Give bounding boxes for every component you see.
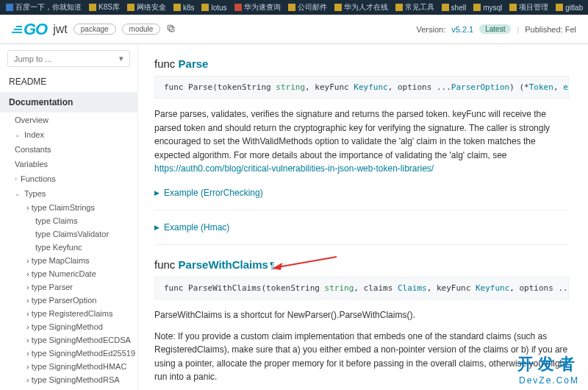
- svg-rect-1: [168, 25, 173, 30]
- annotation-arrow-icon: [272, 254, 338, 272]
- version-link[interactable]: v5.2.1: [451, 25, 473, 34]
- bookmark-item[interactable]: 公司邮件: [288, 2, 327, 13]
- bookmark-item[interactable]: 华为人才在线: [334, 2, 388, 13]
- go-lines-icon: [12, 24, 22, 35]
- signature-parsewithclaims: func ParseWithClaims(tokenString string,…: [154, 277, 569, 299]
- sidebar-type-item[interactable]: type Keyfunc: [0, 241, 137, 254]
- sidebar-type-item[interactable]: › type RegisteredClaims: [0, 307, 137, 320]
- sidebar-type-item[interactable]: › type ParserOption: [0, 294, 137, 307]
- bookmark-item[interactable]: lotus: [201, 4, 226, 12]
- main-content[interactable]: func Parse func Parse(tokenString string…: [138, 44, 588, 390]
- sidebar-index[interactable]: ⌄Index: [0, 127, 137, 142]
- bookmark-item[interactable]: mysql: [473, 4, 502, 12]
- bookmark-item[interactable]: 华为速查询: [234, 2, 281, 13]
- sidebar-type-item[interactable]: type ClaimsValidator: [0, 227, 137, 241]
- sidebar-type-item[interactable]: › type ClaimStrings: [0, 201, 137, 214]
- copy-icon[interactable]: [160, 24, 176, 35]
- sidebar-type-item[interactable]: › type SigningMethodRSAPSS: [0, 386, 137, 390]
- chevron-right-icon: ›: [15, 175, 17, 182]
- bookmark-item[interactable]: 网络安全: [127, 2, 166, 13]
- svg-rect-0: [170, 26, 175, 32]
- sidebar-type-item[interactable]: › type SigningMethod: [0, 320, 137, 333]
- sidebar-type-item[interactable]: › type SigningMethodHMAC: [0, 360, 137, 373]
- sidebar-type-item[interactable]: › type MapClaims: [0, 254, 137, 267]
- sidebar-type-item[interactable]: › type SigningMethodRSA: [0, 373, 137, 386]
- header-meta: Version: v5.2.1 Latest | Published: Fel: [416, 24, 576, 34]
- func-parsewithclaims-link[interactable]: ParseWithClaims: [179, 258, 268, 271]
- latest-badge[interactable]: Latest: [479, 24, 511, 34]
- signature-parse: func Parse(tokenString string, keyFunc K…: [154, 76, 569, 99]
- package-name: jwt: [53, 23, 68, 36]
- sidebar-constants[interactable]: Constants: [0, 142, 137, 157]
- sidebar: Jump to ... ▾ README Documentation Overv…: [0, 44, 138, 390]
- go-logo[interactable]: GO: [12, 20, 47, 39]
- sidebar-type-item[interactable]: › type SigningMethodECDSA: [0, 333, 137, 347]
- sidebar-readme[interactable]: README: [0, 71, 137, 92]
- parsewithclaims-desc1: ParseWithClaims is a shortcut for NewPar…: [154, 308, 569, 322]
- sidebar-overview[interactable]: Overview: [0, 113, 137, 127]
- version-label: Version:: [416, 25, 445, 34]
- sidebar-functions[interactable]: ›Functions: [0, 171, 137, 186]
- chevron-down-icon: ⌄: [15, 190, 21, 197]
- sidebar-type-item[interactable]: › type NumericDate: [0, 267, 137, 280]
- sidebar-type-item[interactable]: type Claims: [0, 214, 137, 227]
- func-parsewithclaims-heading: func ParseWithClaims¶: [154, 258, 569, 271]
- package-pill[interactable]: package: [74, 24, 116, 35]
- func-parse-link[interactable]: Parse: [179, 57, 209, 70]
- svg-line-2: [278, 257, 337, 267]
- example-errorchecking[interactable]: ▶Example (ErrorChecking): [154, 188, 569, 198]
- chevron-down-icon: ▾: [119, 54, 123, 63]
- published-label: Published: Fel: [525, 25, 576, 34]
- sidebar-documentation[interactable]: Documentation: [0, 92, 137, 113]
- play-icon: ▶: [154, 189, 159, 196]
- bookmark-item[interactable]: 项目管理: [509, 2, 548, 13]
- jump-to-select[interactable]: Jump to ... ▾: [7, 50, 130, 67]
- bookmark-item[interactable]: 常见工具: [395, 2, 434, 13]
- browser-bookmark-bar: 百度一下，你就知道 K8S库 网络安全 k8s lotus 华为速查询 公司邮件…: [0, 0, 588, 15]
- example-hmac[interactable]: ▶Example (Hmac): [154, 222, 569, 233]
- watermark: 开发者 DevZe.CoM: [517, 353, 579, 386]
- sidebar-type-item[interactable]: › type SigningMethodEd25519: [0, 347, 137, 360]
- bookmark-item[interactable]: 百度一下，你就知道: [6, 2, 82, 13]
- parse-description: Parse parses, validates, verifies the si…: [154, 107, 569, 176]
- bookmark-item[interactable]: shell: [442, 4, 467, 12]
- play-icon: ▶: [154, 224, 159, 231]
- go-wordmark: GO: [24, 20, 47, 39]
- sidebar-type-item[interactable]: › type Parser: [0, 280, 137, 294]
- bookmark-item[interactable]: K8S库: [89, 2, 120, 13]
- module-pill[interactable]: module: [122, 24, 161, 35]
- sidebar-types[interactable]: ⌄Types: [0, 186, 137, 201]
- parsewithclaims-desc2: Note: If you provide a custom claim impl…: [154, 330, 569, 384]
- page-header: GO jwt package module Version: v5.2.1 La…: [0, 15, 588, 44]
- bookmark-item[interactable]: k8s: [173, 4, 195, 12]
- chevron-down-icon: ⌄: [15, 131, 21, 138]
- bookmark-item[interactable]: gitlab: [556, 4, 583, 12]
- func-parse-heading: func Parse: [154, 57, 569, 70]
- auth0-link[interactable]: https://auth0.com/blog/critical-vulnerab…: [154, 163, 434, 174]
- sidebar-variables[interactable]: Variables: [0, 157, 137, 171]
- paragraph-icon[interactable]: ¶: [270, 260, 274, 271]
